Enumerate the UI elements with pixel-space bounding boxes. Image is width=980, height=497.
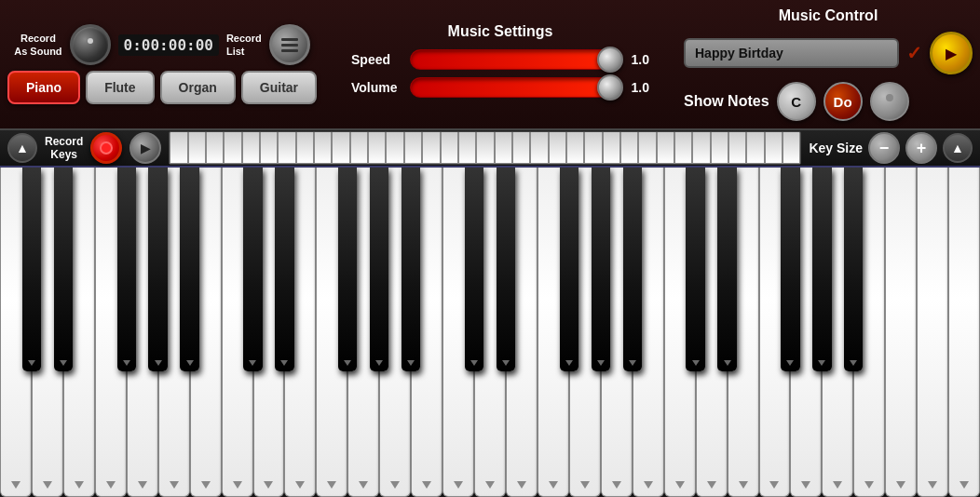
key-size-up-button[interactable]: ▲ <box>943 133 973 163</box>
black-key-arrow-indicator <box>502 360 510 366</box>
mini-piano-strip <box>169 131 801 165</box>
speed-slider-thumb[interactable] <box>597 47 623 73</box>
white-key-arrow-indicator <box>359 481 368 489</box>
volume-slider-thumb[interactable] <box>597 74 623 101</box>
black-key[interactable] <box>180 168 198 371</box>
black-key[interactable] <box>781 168 799 371</box>
black-key-arrow-indicator <box>407 360 415 366</box>
black-key[interactable] <box>497 168 515 371</box>
white-key-arrow-indicator <box>390 481 400 489</box>
minus-icon: − <box>879 139 890 158</box>
black-key[interactable] <box>243 168 262 371</box>
white-key-arrow-indicator <box>454 481 463 489</box>
black-key[interactable] <box>22 168 41 371</box>
white-key-arrow-indicator <box>928 481 937 489</box>
up-arrow-button[interactable]: ▲ <box>7 133 37 163</box>
white-key-arrow-indicator <box>485 481 495 489</box>
white-key[interactable] <box>917 168 948 497</box>
black-key-arrow-indicator <box>344 360 351 366</box>
speed-slider-track[interactable] <box>410 49 619 70</box>
show-notes-row: Show Notes C Do <box>684 82 973 121</box>
white-key[interactable] <box>948 168 980 497</box>
left-section: Record As Sound 0:00:00:00 Record List <box>7 24 317 104</box>
play-small-icon: ▶ <box>141 141 151 155</box>
black-key[interactable] <box>402 168 420 371</box>
black-key[interactable] <box>54 168 73 371</box>
record-as-sound-knob[interactable] <box>70 24 111 65</box>
black-key[interactable] <box>623 168 642 371</box>
black-key-arrow-indicator <box>786 360 794 366</box>
white-key-arrow-indicator <box>801 481 810 489</box>
white-key-arrow-indicator <box>233 481 242 489</box>
key-size-increase-button[interactable]: + <box>905 132 937 164</box>
notes-knob[interactable] <box>870 82 909 121</box>
black-key[interactable] <box>812 168 831 371</box>
black-key-arrow-indicator <box>28 360 35 366</box>
record-as-sound-label: Record As Sound <box>14 32 61 59</box>
song-dropdown[interactable]: Happy Birtday <box>684 38 899 68</box>
black-key-arrow-indicator <box>249 360 256 366</box>
song-checkmark: ✓ <box>906 42 922 64</box>
piano-button[interactable]: Piano <box>7 71 80 104</box>
black-key-arrow-indicator <box>375 360 383 366</box>
white-key-arrow-indicator <box>11 481 20 489</box>
white-key-arrow-indicator <box>675 481 685 489</box>
black-key-arrow-indicator <box>629 360 636 366</box>
play-button[interactable]: ▶ <box>129 132 161 164</box>
plus-icon: + <box>917 139 927 158</box>
white-key-arrow-indicator <box>739 481 748 489</box>
instrument-buttons: Piano Flute Organ Guitar <box>7 71 317 104</box>
black-key[interactable] <box>844 168 863 371</box>
white-key-arrow-indicator <box>106 481 116 489</box>
white-key-arrow-indicator <box>264 481 273 489</box>
record-as-sound-group: Record As Sound <box>14 32 61 59</box>
record-list-button[interactable] <box>269 24 310 65</box>
key-size-section: Key Size − + ▲ <box>809 132 973 164</box>
black-key-arrow-indicator <box>280 360 288 366</box>
white-key-arrow-indicator <box>295 481 305 489</box>
black-key[interactable] <box>592 168 610 371</box>
black-key[interactable] <box>370 168 388 371</box>
key-size-decrease-button[interactable]: − <box>868 132 900 164</box>
black-key-arrow-indicator <box>186 360 194 366</box>
white-key-arrow-indicator <box>43 481 52 489</box>
up-arrow-icon: ▲ <box>16 141 29 155</box>
organ-button[interactable]: Organ <box>160 71 236 104</box>
note-do-button[interactable]: Do <box>823 82 863 121</box>
record-button[interactable] <box>90 132 122 164</box>
list-line-2 <box>281 44 298 47</box>
black-key[interactable] <box>338 168 357 371</box>
note-c-button[interactable]: C <box>777 82 816 121</box>
speed-slider-row: Speed 1.0 <box>351 49 649 70</box>
song-selector-row: Happy Birtday ✓ ▶ <box>684 32 973 74</box>
black-key[interactable] <box>717 168 736 371</box>
piano-keyboard <box>0 168 980 497</box>
black-key-arrow-indicator <box>565 360 573 366</box>
black-key-arrow-indicator <box>470 360 478 366</box>
volume-value: 1.0 <box>626 80 649 95</box>
white-key-arrow-indicator <box>707 481 716 489</box>
black-key[interactable] <box>560 168 578 371</box>
white-key[interactable] <box>885 168 917 497</box>
play-song-button[interactable]: ▶ <box>930 32 973 74</box>
black-key[interactable] <box>117 168 136 371</box>
black-key-arrow-indicator <box>597 360 605 366</box>
black-key[interactable] <box>686 168 704 371</box>
white-key-arrow-indicator <box>960 481 969 489</box>
black-key[interactable] <box>148 168 167 371</box>
speed-value: 1.0 <box>626 52 649 67</box>
record-keys-label: Record Keys <box>45 135 83 162</box>
piano-keys-container <box>0 168 980 497</box>
flute-button[interactable]: Flute <box>86 71 154 104</box>
black-key-arrow-indicator <box>692 360 700 366</box>
black-key-arrow-indicator <box>60 360 67 366</box>
record-list-label: Record List <box>226 32 262 59</box>
black-key[interactable] <box>275 168 293 371</box>
white-key-arrow-indicator <box>170 481 179 489</box>
list-icon <box>281 38 298 52</box>
volume-label: Volume <box>351 80 402 95</box>
guitar-button[interactable]: Guitar <box>241 71 317 104</box>
volume-slider-track[interactable] <box>410 77 619 98</box>
black-key[interactable] <box>465 168 483 371</box>
white-key-arrow-indicator <box>75 481 84 489</box>
